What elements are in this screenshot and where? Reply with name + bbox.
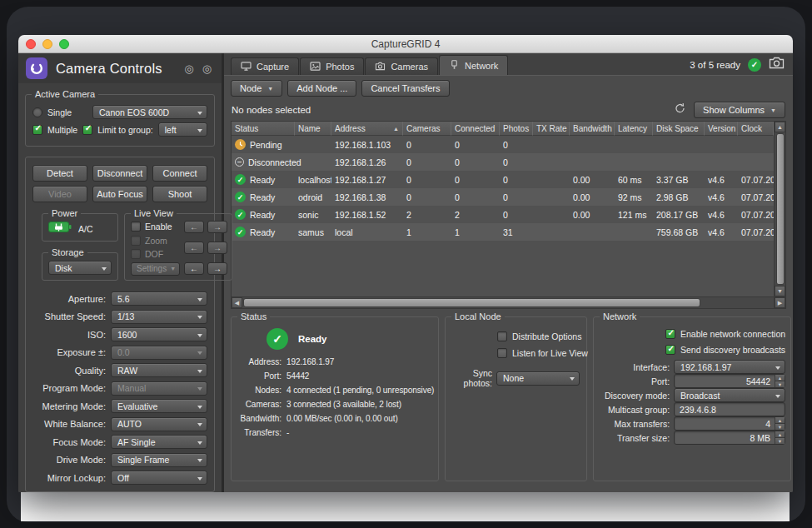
single-radio[interactable] [32, 107, 42, 117]
column-header-photos[interactable]: Photos [500, 122, 533, 136]
transfer-size-spinner[interactable]: 8 MB▲▼ [674, 431, 785, 445]
enable-checkbox[interactable] [131, 222, 141, 232]
arrow-left-button-2[interactable]: ← [184, 242, 204, 254]
setting-select[interactable]: 5.6 [111, 291, 207, 306]
horizontal-scroll-track[interactable] [242, 297, 774, 308]
setting-select[interactable]: Manual [111, 381, 207, 396]
cell-status: –Disconnected [232, 153, 295, 171]
scroll-down-icon[interactable]: ▼ [775, 286, 785, 296]
column-header-clock[interactable]: Clock [738, 122, 774, 136]
send-broadcasts-checkbox[interactable] [665, 345, 675, 355]
setting-select[interactable]: 1/13 [111, 310, 207, 324]
network-row-discovery-mode: Discovery mode:Broadcast [599, 388, 785, 402]
setting-select[interactable]: Evaluative [111, 399, 207, 413]
max-transfers-spinner[interactable]: 4▲▼ [674, 416, 785, 431]
show-columns-button[interactable]: Show Columns ▼ [694, 102, 785, 118]
spin-up-icon[interactable]: ▲ [775, 375, 785, 381]
node-row-odroid[interactable]: ✓Readyodroid192.168.1.380000.0092 ms2.98… [232, 188, 774, 206]
scroll-left-icon[interactable]: ◀ [232, 297, 242, 308]
shoot-button[interactable]: Shoot [152, 186, 207, 202]
column-header-tx-rate[interactable]: TX Rate [533, 122, 570, 136]
node-row-192.168.1.103[interactable]: Pending192.168.1.103000 [232, 136, 774, 153]
cancel-transfers-button[interactable]: Cancel Transfers [361, 80, 449, 97]
multiple-checkbox[interactable] [32, 125, 42, 135]
arrow-left-button-3[interactable]: ← [184, 262, 204, 275]
camera-shutter-icon[interactable] [769, 57, 785, 72]
setting-select[interactable]: RAW [111, 363, 207, 377]
interface-select[interactable]: 192.168.1.97 [674, 360, 785, 374]
cell-connected: 1 [451, 223, 500, 241]
spin-down-icon[interactable]: ▼ [775, 438, 785, 444]
node-row-sonic[interactable]: ✓Readysonic192.168.1.522200.00121 ms208.… [232, 206, 774, 223]
spin-up-icon[interactable]: ▲ [775, 417, 785, 424]
horizontal-scrollbar[interactable]: ◀ [232, 296, 774, 308]
auto-focus-button[interactable]: Auto Focus [92, 186, 147, 202]
column-header-connected[interactable]: Connected [451, 122, 500, 136]
scroll-up-icon[interactable]: ▲ [775, 122, 785, 132]
arrow-right-button-3[interactable]: → [207, 262, 227, 275]
column-header-latency[interactable]: Latency [615, 122, 653, 136]
tab-cameras[interactable]: Cameras [365, 57, 438, 75]
zoom-checkbox[interactable] [131, 236, 141, 246]
discovery-mode-select[interactable]: Broadcast [674, 388, 785, 402]
cell-connected: 0 [451, 171, 500, 188]
storage-select[interactable]: Disk [48, 261, 112, 275]
vertical-scroll-thumb[interactable] [776, 133, 785, 285]
arrow-right-button-1[interactable]: → [207, 221, 227, 233]
setting-select[interactable]: AF Single [111, 435, 207, 449]
tab-network[interactable]: Network [439, 55, 508, 75]
minimize-window-button[interactable] [42, 39, 52, 49]
arrow-left-button-1[interactable]: ← [184, 221, 204, 233]
spin-up-icon[interactable]: ▲ [775, 431, 785, 438]
setting-select[interactable]: Single Frame [111, 453, 207, 467]
column-header-bandwidth[interactable]: Bandwidth [570, 122, 615, 136]
camera-select[interactable]: Canon EOS 600D [92, 105, 207, 119]
close-window-button[interactable] [26, 39, 36, 49]
setting-select[interactable]: Off [111, 471, 207, 485]
setting-select[interactable]: AUTO [111, 417, 207, 431]
column-header-name[interactable]: Name [295, 122, 331, 136]
connect-button[interactable]: Connect [152, 165, 207, 182]
horizontal-scroll-thumb[interactable] [243, 298, 700, 307]
video-button[interactable]: Video [32, 186, 87, 202]
port-spinner[interactable]: 54442▲▼ [674, 374, 785, 388]
vertical-scrollbar[interactable]: ▲ ▼ [774, 122, 785, 296]
multicast-group-field[interactable]: 239.4.6.8 [674, 402, 785, 416]
distribute-options-checkbox[interactable] [497, 331, 507, 341]
disconnect-button[interactable]: Disconnect [92, 165, 147, 182]
setting-select[interactable]: 1600 [111, 327, 207, 341]
target-icon-1[interactable]: ◎ [184, 63, 193, 74]
column-header-cameras[interactable]: Cameras [403, 122, 451, 136]
live-view-settings-button[interactable]: Settings ▼ [131, 262, 180, 276]
scroll-right-icon[interactable]: ▶ [775, 297, 785, 308]
tab-photos[interactable]: Photos [300, 57, 364, 75]
spin-down-icon[interactable]: ▼ [775, 424, 785, 430]
status-row-transfers: Transfers:- [232, 428, 431, 437]
cell-status: Pending [232, 136, 295, 153]
setting-select[interactable]: 0.0 [111, 346, 207, 360]
node-row-192.168.1.26[interactable]: –Disconnected192.168.1.26000 [232, 153, 774, 171]
detect-button[interactable]: Detect [32, 165, 87, 182]
node-row-samus[interactable]: ✓Readysamuslocal1131759.68 GBv4.607.07.2… [232, 223, 774, 241]
limit-to-group-checkbox[interactable] [82, 125, 92, 135]
tab-capture[interactable]: Capture [231, 57, 299, 75]
setting-row-aperture: Aperture:5.6 [32, 291, 207, 306]
group-select[interactable]: left [158, 122, 207, 137]
spin-down-icon[interactable]: ▼ [775, 381, 785, 387]
column-header-disk-space[interactable]: Disk Space [653, 122, 705, 136]
target-icon-2[interactable]: ◎ [202, 63, 212, 74]
sync-photos-select[interactable]: None [496, 371, 580, 386]
refresh-icon[interactable] [674, 102, 686, 117]
enable-network-checkbox[interactable] [665, 329, 675, 339]
listen-live-view-checkbox[interactable] [497, 348, 507, 358]
dof-checkbox[interactable] [131, 249, 141, 259]
column-header-version[interactable]: Version [705, 122, 738, 136]
node-menu-button[interactable]: Node ▼ [231, 80, 282, 97]
node-row-localhost[interactable]: ✓Readylocalhost192.168.1.270000.0060 ms3… [232, 171, 774, 188]
zoom-window-button[interactable] [59, 39, 69, 49]
arrow-right-button-2[interactable]: → [207, 242, 227, 254]
column-header-address[interactable]: Address▲ [331, 122, 403, 136]
column-header-status[interactable]: Status [232, 122, 295, 136]
add-node-button[interactable]: Add Node ... [287, 80, 356, 97]
bottom-panels: Status ✓ Ready Address:192.168.1.97Port:… [231, 316, 786, 481]
